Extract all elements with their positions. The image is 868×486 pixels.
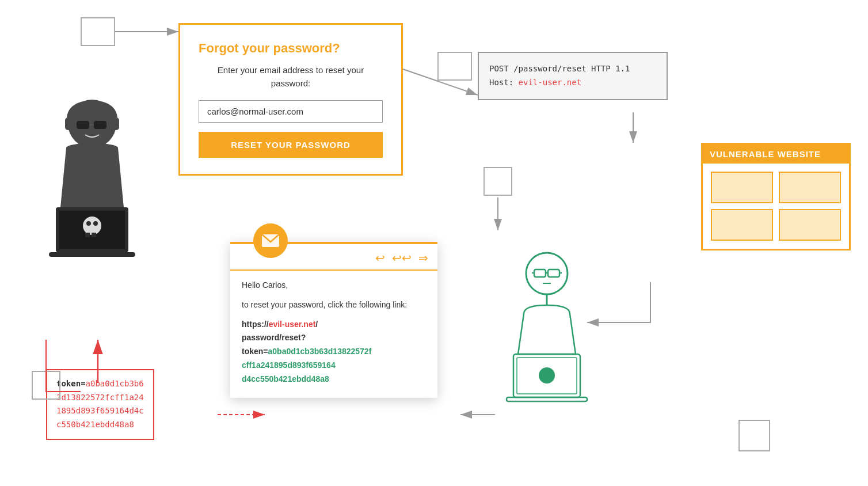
svg-point-21 [526, 253, 568, 294]
email-modal: ↩ ↩↩ ⇒ Hello Carlos, to reset your passw… [230, 242, 437, 398]
svg-rect-8 [65, 117, 73, 130]
token-part2: 3d13822572fcff1a24 [56, 393, 144, 402]
email-divider [230, 269, 437, 271]
email-icon-circle [253, 223, 288, 258]
http-request-box: POST /password/reset HTTP 1.1 Host: evil… [478, 52, 668, 100]
http-line2: Host: evil-user.net [489, 76, 656, 90]
forward-icon[interactable]: ⇒ [418, 251, 428, 265]
svg-rect-9 [111, 117, 119, 130]
deco-box-bottom-left [32, 371, 60, 400]
svg-rect-16 [85, 233, 90, 237]
svg-rect-20 [49, 252, 135, 257]
password-reset-form: Forgot your password? Enter your email a… [178, 23, 403, 176]
token-part1: a0ba0d1cb3b6 [86, 379, 144, 388]
email-reset-link[interactable]: https://evil-user.net/ password/reset?to… [242, 318, 426, 386]
http-host-label: Host: [489, 78, 519, 87]
deco-box-top-left [81, 17, 115, 46]
vuln-block-1 [711, 172, 773, 203]
form-title: Forgot your password? [199, 41, 383, 56]
form-description: Enter your email address to reset your p… [199, 64, 383, 90]
svg-rect-14 [59, 211, 125, 249]
vulnerable-website-title: VULNERABLE WEBSITE [703, 145, 849, 164]
email-input[interactable] [199, 100, 383, 123]
svg-rect-30 [517, 358, 577, 394]
email-body-text: to reset your password, click the follow… [242, 298, 426, 312]
svg-rect-29 [513, 354, 580, 397]
svg-rect-10 [77, 121, 89, 129]
svg-rect-22 [534, 269, 546, 277]
http-line1: POST /password/reset HTTP 1.1 [489, 62, 656, 76]
reset-password-button[interactable]: RESET YOUR PASSWORD [199, 132, 383, 158]
user-figure [507, 253, 587, 401]
evil-domain: evil-user.net [269, 320, 316, 329]
token-box: token=a0ba0d1cb3b6 3d13822572fcff1a24 18… [46, 369, 154, 440]
hacker-figure [49, 100, 135, 257]
vuln-block-4 [779, 209, 841, 241]
reply-all-icon[interactable]: ↩↩ [392, 251, 412, 265]
svg-rect-23 [548, 269, 559, 277]
deco-box-top-right [437, 52, 472, 81]
svg-rect-32 [507, 397, 587, 401]
vulnerable-website-content [703, 164, 849, 249]
token-part3: 1895d893f659164d4c [56, 406, 144, 415]
svg-point-18 [86, 221, 91, 226]
vulnerable-website-box: VULNERABLE WEBSITE [701, 143, 851, 250]
deco-box-mid-right [484, 167, 512, 196]
token-value-link: a0ba0d1cb3b63d13822572fcff1a241895d893f6… [242, 347, 371, 384]
svg-point-31 [539, 367, 555, 384]
svg-point-15 [83, 217, 101, 235]
vuln-block-2 [779, 172, 841, 203]
svg-rect-13 [56, 207, 128, 252]
reply-icon[interactable]: ↩ [375, 251, 385, 265]
email-greeting: Hello Carlos, [242, 279, 426, 293]
token-label: token= [56, 379, 86, 388]
svg-point-19 [93, 221, 98, 226]
email-body: Hello Carlos, to reset your password, cl… [230, 279, 437, 386]
email-icon [262, 234, 279, 247]
vuln-block-3 [711, 209, 773, 241]
http-host-value: evil-user.net [519, 78, 582, 87]
svg-rect-11 [94, 121, 106, 129]
svg-point-7 [68, 100, 116, 148]
token-part4: c550b421ebdd48a8 [56, 420, 134, 429]
deco-box-bottom-right [738, 420, 770, 451]
svg-rect-17 [92, 233, 96, 237]
